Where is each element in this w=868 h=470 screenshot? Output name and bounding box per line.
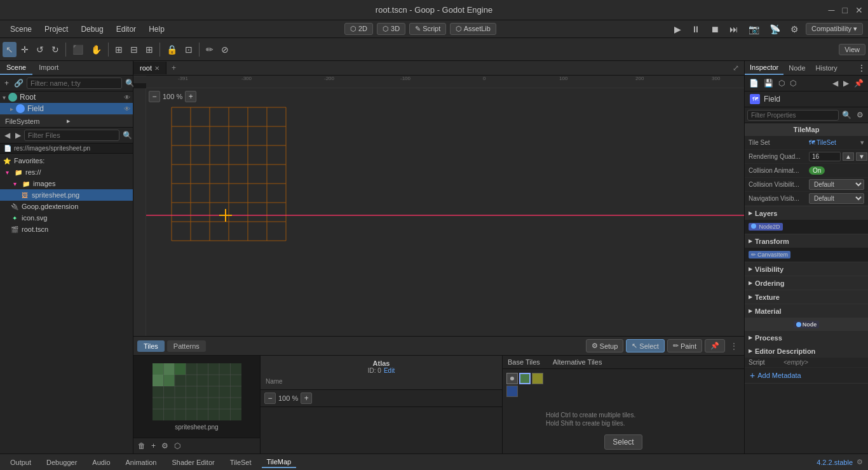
filter-settings-btn[interactable]: ⚙	[855, 109, 865, 121]
tab-add-button[interactable]: +	[166, 61, 181, 75]
tile-zoom-out[interactable]: −	[264, 393, 276, 404]
status-debugger[interactable]: Debugger	[41, 457, 82, 467]
tileset-dropdown[interactable]: ▾	[860, 138, 864, 147]
tab-history[interactable]: History	[811, 62, 843, 74]
btn-3d[interactable]: ⬡ 3D	[377, 23, 405, 35]
inspector-nav-fwd[interactable]: ▶	[841, 77, 851, 89]
add-node-button[interactable]: +	[3, 77, 11, 89]
tab-import[interactable]: Import	[32, 61, 65, 75]
move-tool[interactable]: ✛	[18, 42, 32, 57]
collision-anim-toggle[interactable]: On	[809, 166, 825, 175]
tile-more-btn[interactable]: ⋮	[728, 342, 740, 351]
canvas-tab-root[interactable]: root ✕	[133, 62, 166, 74]
pin-btn[interactable]: 📌	[705, 339, 725, 352]
fs-header[interactable]: FileSystem ▸	[0, 115, 133, 128]
fs-root-tscn[interactable]: 🎬 root.tscn	[0, 224, 133, 235]
snap-tool[interactable]: ⊞	[142, 42, 156, 57]
root-visibility[interactable]: 👁	[124, 94, 130, 101]
canvas-tab-close[interactable]: ✕	[154, 65, 159, 72]
transform-header[interactable]: ▸ Transform	[745, 234, 868, 248]
tile-cell-green[interactable]	[519, 373, 531, 384]
tilemap-section-header[interactable]: TileMap	[745, 123, 868, 136]
tileset-link[interactable]: 🗺 TileSet	[809, 139, 836, 146]
ordering-header[interactable]: ▸ Ordering	[745, 276, 868, 290]
btn-script[interactable]: ✎ Script	[409, 23, 446, 35]
menu-debug[interactable]: Debug	[76, 24, 108, 35]
lock-tool[interactable]: 🔒	[163, 42, 180, 57]
tile-more2-btn[interactable]: ⬡	[172, 440, 182, 452]
play-btn[interactable]: ▶	[671, 22, 684, 37]
material-header[interactable]: ▸ Material	[745, 304, 868, 318]
menu-scene[interactable]: Scene	[5, 24, 37, 35]
fs-nav-fwd[interactable]: ▶	[13, 130, 23, 141]
tile-zoom-in[interactable]: +	[301, 393, 312, 404]
tile-tab-patterns[interactable]: Patterns	[167, 340, 206, 352]
atlas-edit-btn[interactable]: Edit	[384, 367, 395, 374]
remote-btn[interactable]: 📡	[766, 22, 783, 37]
canvas-area[interactable]: -391 -300 -200 -100 0 100 200 300	[133, 76, 744, 336]
zoom-in-btn[interactable]: +	[185, 91, 196, 102]
tile-cell-blue[interactable]	[506, 386, 518, 397]
status-audio[interactable]: Audio	[87, 457, 115, 467]
status-shader[interactable]: Shader Editor	[166, 457, 219, 467]
fs-icon-svg[interactable]: ✦ icon.svg	[0, 212, 133, 224]
tile-delete-btn[interactable]: 🗑	[136, 440, 147, 452]
status-tilemap[interactable]: TileMap	[262, 457, 297, 468]
rotate-left[interactable]: ↺	[33, 42, 47, 57]
menu-project[interactable]: Project	[39, 24, 73, 35]
minimize-button[interactable]: ─	[829, 5, 835, 15]
maximize-button[interactable]: □	[843, 5, 848, 15]
tab-node[interactable]: Node	[783, 62, 810, 74]
fs-favorites[interactable]: ⭐ Favorites:	[0, 155, 133, 166]
close-button[interactable]: ✕	[855, 5, 863, 15]
pan-tool[interactable]: ✋	[88, 42, 105, 57]
eraser-tool[interactable]: ⊘	[218, 42, 232, 57]
texture-header[interactable]: ▸ Texture	[745, 290, 868, 304]
inspector-obj-btn[interactable]: ⬡	[776, 77, 787, 89]
fs-images[interactable]: ▾ 📁 images	[0, 178, 133, 189]
link-button[interactable]: 🔗	[12, 77, 25, 89]
node2d-header[interactable]: Node2D	[749, 222, 864, 232]
btn-2d[interactable]: ⬡ 2D	[344, 23, 373, 35]
fs-filter-input[interactable]	[24, 130, 119, 141]
select-tool[interactable]: ↖	[3, 42, 17, 57]
settings-btn[interactable]: ⚙	[787, 22, 802, 37]
inspector-more-btn2[interactable]: ⬡	[788, 77, 798, 89]
canvasitem-header[interactable]: ✏ CanvasItem	[749, 250, 864, 260]
visibility-header[interactable]: ▸ Visibility	[745, 262, 868, 276]
tab-scene[interactable]: Scene	[0, 61, 32, 75]
tile-config-btn[interactable]: ⚙	[159, 440, 170, 452]
nav-vis-select[interactable]: Default Force Show Force Hide	[809, 193, 864, 204]
layers-header[interactable]: ▸ Layers	[745, 206, 868, 220]
camera-btn[interactable]: 📷	[745, 22, 763, 37]
inspector-save-btn[interactable]: 💾	[762, 77, 775, 89]
compat-btn[interactable]: Compatibility ▾	[806, 23, 863, 35]
draw-tool[interactable]: ✏	[203, 42, 217, 57]
fs-gdext[interactable]: 🔌 Goop.gdextension	[0, 201, 133, 212]
editor-desc-header[interactable]: ▸ Editor Description	[745, 344, 868, 358]
step-btn[interactable]: ⏭	[726, 22, 742, 37]
tab-inspector[interactable]: Inspector	[745, 61, 783, 75]
tile-cell-dot1[interactable]	[506, 373, 518, 384]
menu-editor[interactable]: Editor	[111, 24, 141, 35]
fs-res[interactable]: ▾ 📁 res://	[0, 166, 133, 178]
process-header[interactable]: ▸ Process	[745, 331, 868, 344]
setup-btn[interactable]: ⚙ Setup	[586, 339, 624, 352]
tile-tab-tiles[interactable]: Tiles	[137, 340, 165, 352]
add-metadata-btn[interactable]: + Add Metadata	[745, 368, 868, 383]
zoom-out-btn[interactable]: −	[149, 91, 160, 102]
status-output[interactable]: Output	[5, 457, 36, 467]
tile-add-btn[interactable]: +	[149, 440, 158, 452]
field-visibility[interactable]: 👁	[124, 105, 130, 112]
tile-select-btn[interactable]: Select	[604, 434, 642, 450]
stop-btn[interactable]: ⏹	[707, 22, 722, 37]
filter-props-input[interactable]	[747, 110, 839, 121]
rect-tool[interactable]: ⬛	[69, 42, 86, 57]
rotate-right[interactable]: ↻	[48, 42, 62, 57]
paint-btn[interactable]: ✏ Paint	[667, 339, 702, 352]
inspector-pin-btn[interactable]: 📌	[852, 77, 865, 89]
scene-node-root[interactable]: ▾ Root 👁	[0, 91, 133, 103]
node-section-header[interactable]: Node	[745, 318, 868, 331]
fs-spritesheet[interactable]: 🖼 spritesheet.png	[0, 189, 133, 201]
rendering-down[interactable]: ▼	[856, 152, 867, 161]
